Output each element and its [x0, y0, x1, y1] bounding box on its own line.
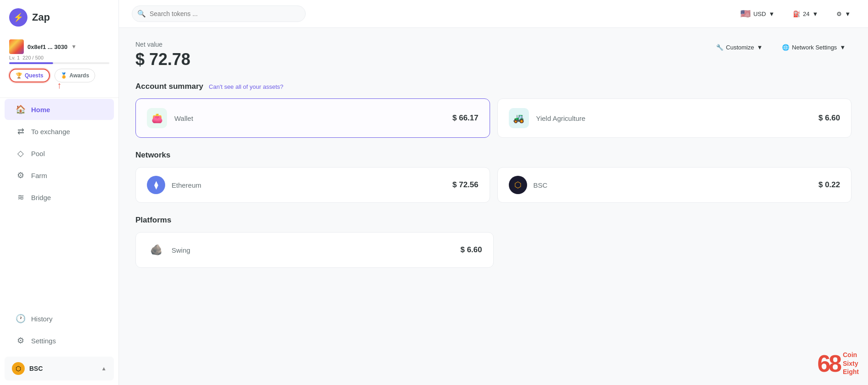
search-bar: 🔍: [132, 5, 306, 22]
networks-header: Networks: [135, 151, 852, 160]
yield-card[interactable]: 🚜 Yield Agriculture $ 6.60: [497, 98, 852, 138]
gas-pump-icon: ⛽: [793, 11, 800, 17]
ethereum-icon: ⧫: [147, 176, 165, 194]
main-area: 🔍 🇺🇸 USD ▼ ⛽ 24 ▼ ⚙ ▼ 🔧 C: [119, 0, 868, 385]
sidebar-item-farm[interactable]: ⚙ Farm: [5, 165, 114, 186]
wallet-card[interactable]: 👛 Wallet $ 66.17: [135, 98, 490, 138]
topbar-right: 🇺🇸 USD ▼ ⛽ 24 ▼ ⚙ ▼: [736, 6, 855, 22]
logo-icon: ⚡: [9, 8, 27, 27]
gas-dropdown-icon: ▼: [812, 11, 818, 17]
assets-link[interactable]: Can't see all of your assets?: [209, 83, 283, 90]
account-summary-title: Account summary: [135, 82, 203, 91]
trophy-icon: 🏆: [16, 72, 22, 79]
bsc-card[interactable]: ⬡ BSC $ 0.22: [497, 167, 852, 203]
networks-title: Networks: [135, 151, 171, 160]
network-icon: 🌐: [782, 44, 789, 51]
ethereum-value: $ 72.56: [453, 180, 479, 190]
platforms-title: Platforms: [135, 216, 171, 225]
arrow-up-icon: ↑: [57, 80, 62, 90]
swing-label: Swing: [172, 246, 454, 254]
sidebar-item-settings[interactable]: ⚙ Settings: [5, 330, 114, 351]
account-summary-header: Account summary Can't see all of your as…: [135, 82, 852, 91]
settings-gear-button[interactable]: ⚙ ▼: [832, 8, 855, 20]
ethereum-label: Ethereum: [172, 181, 446, 189]
swing-value: $ 6.60: [460, 245, 482, 255]
platforms-header: Platforms: [135, 216, 852, 225]
settings-dropdown-icon: ▼: [845, 11, 851, 17]
sidebar-nav: 🏠 Home ⇄ To exchange ◇ Pool ⚙ Farm ≋ Bri…: [0, 98, 119, 209]
account-summary-cards: 👛 Wallet $ 66.17 🚜 Yield Agriculture $ 6…: [135, 98, 852, 138]
sidebar-item-pool[interactable]: ◇ Pool: [5, 143, 114, 164]
settings-icon: ⚙: [16, 336, 26, 346]
sidebar-item-home[interactable]: 🏠 Home: [5, 99, 114, 120]
bsc-value: $ 0.22: [819, 180, 840, 190]
wallet-dropdown-icon[interactable]: ▼: [71, 43, 76, 50]
customize-button[interactable]: 🔧 Customize ▼: [710, 41, 769, 54]
exchange-icon: ⇄: [16, 126, 26, 136]
us-flag-icon: 🇺🇸: [740, 9, 750, 19]
wallet-progress-bar: [9, 62, 109, 64]
sidebar-nav-bottom: 🕐 History ⚙ Settings: [0, 307, 119, 352]
wrench-icon: 🔧: [716, 44, 723, 51]
history-icon: 🕐: [16, 314, 26, 324]
search-icon: 🔍: [137, 10, 146, 18]
bridge-icon: ≋: [16, 192, 26, 202]
wallet-label: Wallet: [174, 114, 445, 122]
wallet-address-text: 0x8ef1 ... 3030: [27, 43, 67, 50]
customize-dropdown-icon: ▼: [757, 44, 763, 51]
currency-dropdown-icon: ▼: [769, 11, 775, 17]
currency-selector[interactable]: 🇺🇸 USD ▼: [736, 6, 779, 22]
yield-icon: 🚜: [509, 108, 529, 128]
wallet-progress-fill: [9, 62, 53, 64]
network-settings-button[interactable]: 🌐 Network Settings ▼: [776, 41, 852, 54]
sidebar-item-bridge[interactable]: ≋ Bridge: [5, 187, 114, 208]
home-icon: 🏠: [16, 104, 26, 114]
wallet-address-row[interactable]: 0x8ef1 ... 3030 ▼: [9, 39, 109, 54]
networks-cards: ⧫ Ethereum $ 72.56 ⬡ BSC $ 0.22: [135, 167, 852, 203]
wallet-icon: 👛: [147, 108, 167, 128]
coin68-number: 68: [817, 352, 840, 375]
logo-area: ⚡ Zap: [0, 0, 119, 35]
content-controls: 🔧 Customize ▼ 🌐 Network Settings ▼: [710, 41, 852, 54]
farm-icon: ⚙: [16, 170, 26, 180]
yield-label: Yield Agriculture: [536, 114, 811, 122]
sidebar: ⚡ Zap 0x8ef1 ... 3030 ▼ Lv. 1 220 / 500 …: [0, 0, 119, 385]
chain-icon: ⬡: [12, 362, 25, 375]
ethereum-card[interactable]: ⧫ Ethereum $ 72.56: [135, 167, 490, 203]
swing-card[interactable]: 🪨 Swing $ 6.60: [135, 232, 494, 268]
content-area: 🔧 Customize ▼ 🌐 Network Settings ▼ Net v…: [119, 28, 868, 385]
app-name: Zap: [32, 11, 50, 23]
sidebar-item-history[interactable]: 🕐 History: [5, 308, 114, 329]
bsc-icon: ⬡: [509, 176, 527, 194]
swing-icon: 🪨: [147, 241, 165, 259]
wallet-level: Lv. 1 220 / 500: [9, 55, 109, 60]
bsc-label: BSC: [534, 181, 812, 189]
coin68-text: Coin Sixty Eight: [843, 351, 859, 376]
watermark: 68 Coin Sixty Eight: [817, 351, 859, 376]
network-dropdown-icon: ▼: [840, 44, 846, 51]
quests-button[interactable]: 🏆 Quests: [9, 69, 50, 82]
gear-icon: ⚙: [836, 11, 842, 17]
chain-selector[interactable]: ⬡ BSC ▲: [5, 357, 114, 380]
sidebar-item-to-exchange[interactable]: ⇄ To exchange: [5, 121, 114, 142]
yield-value: $ 6.60: [819, 114, 840, 123]
wallet-value: $ 66.17: [453, 114, 479, 123]
wallet-section: 0x8ef1 ... 3030 ▼ Lv. 1 220 / 500 🏆 Ques…: [0, 35, 119, 98]
avatar: [9, 39, 24, 54]
topbar: 🔍 🇺🇸 USD ▼ ⛽ 24 ▼ ⚙ ▼: [119, 0, 868, 28]
gas-selector[interactable]: ⛽ 24 ▼: [788, 8, 823, 20]
pool-icon: ◇: [16, 148, 26, 158]
search-input[interactable]: [132, 5, 306, 22]
award-icon: 🏅: [60, 72, 67, 79]
chain-dropdown-icon: ▲: [101, 365, 107, 372]
